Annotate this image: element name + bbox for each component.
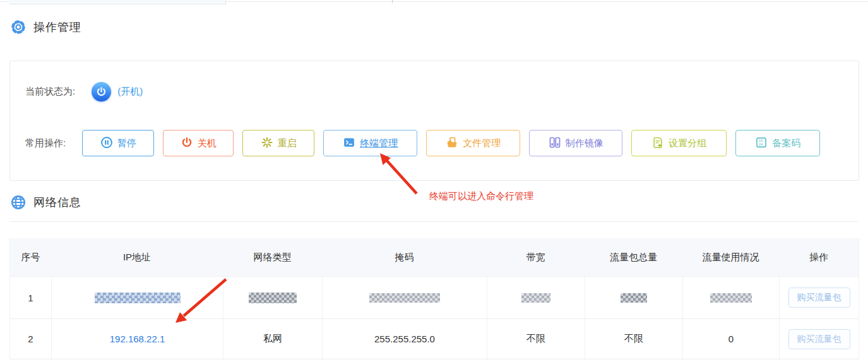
make-image-icon (549, 136, 561, 151)
svg-text:24: 24 (759, 142, 763, 146)
file-manage-button[interactable]: 文件管理 (426, 130, 520, 156)
status-value: (开机) (117, 86, 143, 98)
globe-icon (9, 194, 27, 211)
row1-ip-redacted (95, 293, 181, 303)
row2-index: 2 (10, 319, 51, 359)
annotation-text: 终端可以进入命令行管理 (429, 190, 533, 202)
row1-bandwidth-redacted (521, 293, 550, 303)
buy-traffic-button[interactable]: 购买流量包 (788, 329, 850, 349)
operations-section-title: 操作管理 (33, 20, 81, 35)
common-actions-row: 常用操作: 暂停 关机 重启 (25, 130, 820, 156)
top-cropped-tick (392, 0, 393, 3)
row1-mask-redacted (369, 293, 440, 303)
col-ip: IP地址 (51, 238, 223, 276)
row1-network-type-redacted (249, 293, 297, 303)
col-index: 序号 (10, 238, 51, 276)
filing-code-icon: 10 24 (755, 136, 768, 151)
restart-icon (261, 136, 273, 151)
set-group-button[interactable]: 设置分组 (631, 130, 727, 156)
file-manager-icon (446, 136, 458, 151)
current-status-label: 当前状态为: (25, 86, 75, 98)
terminal-icon (343, 136, 355, 151)
operations-section-header: 操作管理 (9, 18, 81, 36)
terminal-manage-button[interactable]: 终端管理 (323, 130, 417, 156)
table-row-2: 2 192.168.22.1 私网 255.255.255.0 不限 不限 0 … (10, 318, 859, 359)
row2-ip-link[interactable]: 192.168.22.1 (110, 334, 165, 344)
row1-traffic-total-redacted (621, 293, 647, 303)
col-action: 操作 (779, 238, 859, 276)
table-row-1: 1 购买流量包 (10, 276, 859, 318)
row1-index: 1 (10, 277, 51, 318)
current-status-row: 当前状态为: (开机) (25, 82, 143, 102)
make-image-button[interactable]: 制作镜像 (529, 130, 622, 156)
row2-traffic-used: 0 (682, 319, 779, 359)
col-bandwidth: 带宽 (487, 238, 585, 276)
row2-mask: 255.255.255.0 (322, 319, 487, 359)
network-table: 序号 IP地址 网络类型 掩码 带宽 流量包总量 流量使用情况 操作 1 购买流… (9, 238, 859, 359)
set-group-icon (651, 136, 664, 151)
buy-traffic-button[interactable]: 购买流量包 (788, 287, 850, 308)
shutdown-button[interactable]: 关机 (163, 130, 234, 156)
filing-code-button[interactable]: 10 24 备案码 (735, 130, 820, 156)
network-section-title: 网络信息 (33, 195, 81, 210)
row1-traffic-used-redacted (710, 293, 752, 303)
pause-icon (100, 136, 113, 151)
shutdown-icon (181, 136, 193, 151)
power-on-icon (92, 82, 111, 102)
col-traffic-total: 流量包总量 (585, 238, 682, 276)
col-network-type: 网络类型 (223, 238, 322, 276)
section-divider (9, 221, 858, 222)
restart-button[interactable]: 重启 (242, 130, 314, 156)
col-mask: 掩码 (322, 238, 487, 276)
pause-button[interactable]: 暂停 (82, 130, 154, 156)
row2-traffic-total: 不限 (585, 319, 682, 359)
operations-panel (9, 61, 859, 181)
common-actions-label: 常用操作: (25, 137, 66, 149)
row2-network-type: 私网 (223, 319, 322, 359)
table-header-row: 序号 IP地址 网络类型 掩码 带宽 流量包总量 流量使用情况 操作 (10, 238, 859, 276)
col-traffic-used: 流量使用情况 (682, 238, 779, 276)
top-cropped-element (9, 0, 226, 4)
row2-bandwidth: 不限 (487, 319, 585, 359)
network-section-header: 网络信息 (9, 194, 81, 211)
gear-icon (9, 18, 27, 36)
